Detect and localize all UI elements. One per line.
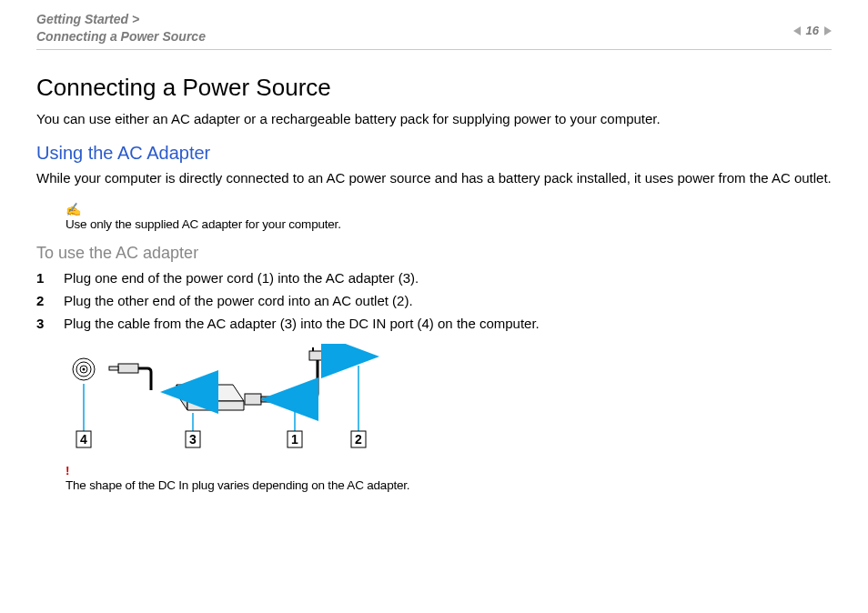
pencil-note-icon: ✍ xyxy=(66,202,832,216)
intro-text: You can use either an AC adapter or a re… xyxy=(36,111,832,126)
step-text: Plug the other end of the power cord int… xyxy=(64,293,413,308)
page-title: Connecting a Power Source xyxy=(36,74,832,102)
breadcrumb-line-1: Getting Started > xyxy=(36,12,139,26)
step-item: 2 Plug the other end of the power cord i… xyxy=(36,293,832,308)
step-text: Plug the cable from the AC adapter (3) i… xyxy=(64,316,540,331)
breadcrumb: Getting Started > Connecting a Power Sou… xyxy=(36,11,206,45)
svg-rect-5 xyxy=(109,367,118,370)
step-item: 3 Plug the cable from the AC adapter (3)… xyxy=(36,316,832,331)
step-number: 1 xyxy=(36,270,49,286)
note-text: Use only the supplied AC adapter for you… xyxy=(66,217,341,231)
note-block: ✍ Use only the supplied AC adapter for y… xyxy=(66,202,832,231)
callout-label: 1 xyxy=(291,432,298,447)
page-number: 16 xyxy=(806,24,819,37)
svg-point-6 xyxy=(200,391,204,395)
prev-page-icon[interactable] xyxy=(793,26,801,35)
dc-in-port-icon xyxy=(73,358,95,380)
breadcrumb-line-2: Connecting a Power Source xyxy=(36,29,206,44)
document-page: Getting Started > Connecting a Power Sou… xyxy=(0,0,868,613)
steps-list: 1 Plug one end of the power cord (1) int… xyxy=(36,270,832,331)
subheading: To use the AC adapter xyxy=(36,244,832,263)
page-header: Getting Started > Connecting a Power Sou… xyxy=(36,11,832,50)
section-heading: Using the AC Adapter xyxy=(36,143,832,164)
step-number: 3 xyxy=(36,316,49,331)
caution-block: ! The shape of the DC In plug varies dep… xyxy=(66,464,832,492)
callout-label: 4 xyxy=(80,432,87,447)
svg-rect-4 xyxy=(118,364,138,373)
callout-label: 2 xyxy=(355,432,362,447)
dc-plug-icon xyxy=(109,364,151,390)
step-number: 2 xyxy=(36,293,49,308)
section-body: While your computer is directly connecte… xyxy=(36,169,832,187)
step-item: 1 Plug one end of the power cord (1) int… xyxy=(36,270,832,286)
step-text: Plug one end of the power cord (1) into … xyxy=(64,270,419,286)
callout-label: 3 xyxy=(189,432,197,447)
next-page-icon[interactable] xyxy=(824,26,832,35)
svg-rect-8 xyxy=(261,397,270,402)
svg-rect-11 xyxy=(309,351,326,360)
caution-text: The shape of the DC In plug varies depen… xyxy=(66,478,409,492)
caution-icon: ! xyxy=(66,464,832,477)
svg-point-3 xyxy=(83,368,86,371)
svg-rect-7 xyxy=(245,394,261,405)
page-nav: 16 xyxy=(793,24,832,37)
power-connection-diagram: 4 3 1 2 xyxy=(67,344,832,457)
